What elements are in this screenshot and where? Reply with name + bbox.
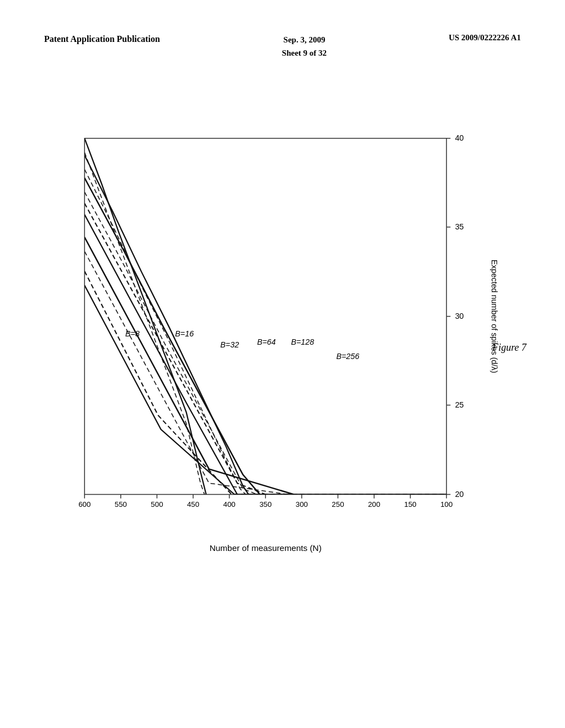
x-tick-200: 200 — [368, 500, 380, 508]
label-B64: B=64 — [257, 338, 276, 346]
curve-B64-solid — [84, 215, 237, 494]
patent-number: US 2009/0222226 A1 — [449, 33, 521, 42]
y-tick-30: 30 — [455, 312, 464, 320]
x-tick-400: 400 — [223, 500, 236, 508]
publication-label: Patent Application Publication — [44, 33, 160, 45]
curve-B128 — [84, 237, 294, 494]
curve-B256-solid — [84, 285, 446, 494]
y-axis-label: Expected number of spikes (d/λ) — [490, 260, 499, 373]
curves-group — [84, 138, 446, 495]
y-tick-40: 40 — [455, 133, 464, 142]
x-tick-450: 450 — [187, 500, 199, 508]
x-tick-300: 300 — [296, 500, 308, 508]
x-tick-600: 600 — [78, 500, 90, 508]
x-axis-label: Number of measurements (N) — [210, 543, 322, 553]
curve-B128-dashed — [84, 251, 288, 495]
header-center: Sep. 3, 2009 Sheet 9 of 32 — [282, 33, 327, 60]
label-B32: B=32 — [220, 340, 239, 349]
label-B16: B=16 — [175, 329, 194, 338]
sheet-info: Sheet 9 of 32 — [282, 46, 327, 60]
x-tick-250: 250 — [332, 500, 344, 508]
label-B128: B=128 — [291, 338, 314, 346]
x-tick-350: 350 — [259, 500, 271, 508]
curve-B8-dashed — [84, 152, 204, 494]
chart-svg: 20 25 30 35 40 Expected number of spikes… — [33, 121, 532, 574]
label-B8: B=8 — [125, 329, 140, 338]
x-tick-500: 500 — [151, 500, 163, 508]
x-tick-550: 550 — [115, 500, 127, 508]
publication-date: Sep. 3, 2009 — [282, 33, 327, 46]
x-tick-100: 100 — [440, 500, 452, 508]
page-header: Patent Application Publication Sep. 3, 2… — [44, 33, 521, 60]
x-tick-150: 150 — [404, 500, 417, 508]
label-B256: B=256 — [336, 352, 359, 361]
y-tick-20: 20 — [455, 490, 464, 499]
page: Patent Application Publication Sep. 3, 2… — [0, 0, 565, 728]
figure-container: Figure 7 20 25 30 — [33, 121, 532, 574]
y-tick-35: 35 — [455, 222, 464, 231]
y-tick-25: 25 — [455, 400, 464, 409]
curve-B256 — [84, 271, 446, 495]
